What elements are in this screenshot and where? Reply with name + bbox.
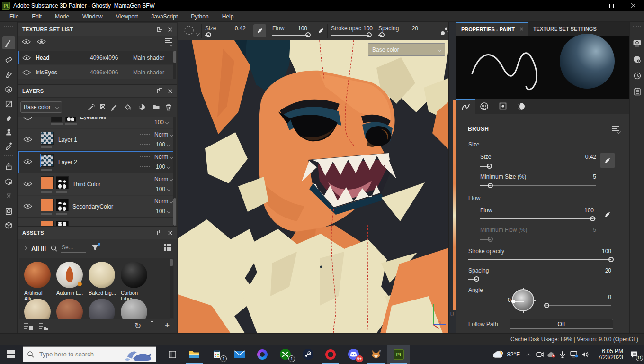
visibility-icon[interactable] [23, 159, 32, 164]
close-button[interactable] [622, 0, 644, 11]
chevron-down-icon[interactable] [196, 32, 200, 36]
material-sphere[interactable] [121, 299, 147, 319]
menu-help[interactable]: Help [215, 13, 241, 20]
tab-properties-paint[interactable]: PROPERTIES - PAINT [456, 22, 528, 36]
history-button[interactable] [632, 70, 643, 81]
solo-visibility-button[interactable] [37, 39, 46, 46]
spacing-slider[interactable] [468, 276, 611, 282]
viewer-mode-button[interactable] [2, 175, 15, 188]
layer-blend-mode[interactable]: Norm [154, 154, 173, 160]
smart-selection-tool-button[interactable] [2, 98, 15, 110]
tray-expand-button[interactable] [523, 345, 534, 364]
size-slider[interactable] [205, 32, 245, 38]
import-resources-icon[interactable] [24, 322, 33, 330]
minimize-button[interactable] [579, 0, 600, 11]
material-sphere-autumn-leaf[interactable] [56, 262, 83, 288]
spacing-value[interactable]: 20 [584, 267, 611, 274]
meet-now-button[interactable] [534, 345, 546, 364]
delete-layer-button[interactable] [163, 102, 174, 112]
weather-temperature[interactable]: 82°F [507, 351, 520, 358]
stroke-opacity-value[interactable]: 100 [584, 248, 611, 255]
scrollbar[interactable] [173, 117, 176, 226]
material-picker-tool-button[interactable] [2, 139, 15, 152]
search-input[interactable] [38, 350, 119, 358]
visibility-icon[interactable] [23, 203, 32, 209]
taskbar-xbox[interactable]: 1 [274, 345, 296, 364]
min-size-slider[interactable] [480, 183, 596, 189]
texture-set-row-head[interactable]: Head 4096x4096 Main shader [18, 51, 174, 64]
size-pressure-button[interactable] [253, 24, 266, 37]
visibility-icon[interactable] [23, 181, 32, 187]
flow-value[interactable]: 100 [568, 207, 594, 214]
subtab-brush[interactable] [456, 99, 475, 114]
material-sphere[interactable] [89, 299, 115, 319]
eraser-tool-button[interactable] [2, 53, 15, 66]
taskbar-ms-store[interactable]: 1 [206, 345, 228, 364]
size-slider[interactable] [480, 164, 596, 169]
angle-value[interactable]: 0 [584, 294, 611, 300]
layer-row-layer1[interactable]: Layer 1 Norm 100 [18, 129, 174, 151]
material-sphere[interactable] [56, 299, 83, 319]
task-view-button[interactable] [161, 345, 184, 364]
smudge-tool-button[interactable] [2, 112, 15, 125]
new-folder-icon[interactable] [151, 323, 157, 328]
layer-blend-mode[interactable]: Norm [154, 198, 173, 205]
subtab-stencil[interactable] [493, 99, 512, 114]
taskbar-opera[interactable] [319, 345, 342, 364]
visibility-icon[interactable] [22, 70, 31, 75]
menu-python[interactable]: Python [184, 13, 215, 20]
scrollbar[interactable] [170, 259, 173, 318]
spacing-value[interactable]: 20 [404, 25, 418, 32]
start-button[interactable] [0, 345, 22, 364]
add-fill-layer-button[interactable] [123, 102, 133, 112]
add-smart-mask-button[interactable] [137, 102, 147, 112]
undock-icon[interactable] [157, 231, 161, 235]
layer-row-layer2-selected[interactable]: Layer 2 Norm 100 [18, 151, 174, 173]
section-options-button[interactable] [612, 126, 619, 131]
angle-handle[interactable] [511, 300, 515, 303]
close-tab-icon[interactable] [520, 27, 524, 31]
flow-slider[interactable] [272, 32, 310, 38]
undock-icon[interactable] [157, 27, 161, 32]
layer-blend-mode[interactable]: Norm [154, 176, 173, 182]
material-sphere-carbon-fiber[interactable] [121, 262, 147, 288]
menu-file[interactable]: File [3, 13, 25, 20]
stroke-opacity-value[interactable]: 100 [358, 25, 373, 32]
flow-slider[interactable] [480, 216, 596, 222]
flow-pressure-icon[interactable] [604, 211, 611, 218]
clone-tool-button[interactable] [2, 125, 15, 138]
size-value[interactable]: 0.42 [229, 25, 246, 32]
layer-row-secondarycolor[interactable]: SecondaryColor Norm 100 [18, 196, 174, 218]
taskbar-substance-painter-active[interactable]: Pt [387, 345, 410, 364]
menu-viewport[interactable]: Viewport [109, 13, 144, 20]
size-pressure-button[interactable] [600, 153, 615, 168]
projection-tool-button[interactable] [2, 68, 15, 81]
texture-set-row-iriseyes[interactable]: IrisEyes 4096x4096 Main shader [18, 65, 174, 79]
assets-scope-label[interactable]: All lil [31, 245, 46, 252]
stroke-opacity-slider[interactable] [331, 32, 373, 38]
export-button[interactable] [2, 160, 15, 173]
uv-view-sliver[interactable]: U [448, 22, 456, 333]
scrollbar[interactable] [173, 51, 176, 79]
size-value[interactable]: 0.42 [568, 154, 596, 160]
visibility-icon[interactable] [22, 55, 31, 61]
add-paint-layer-button[interactable] [109, 102, 120, 112]
layer-row-thirdcolor[interactable]: Third Color Norm 100 [18, 173, 174, 195]
close-panel-icon[interactable] [168, 27, 172, 32]
clock[interactable]: 6:05 PM 7/23/2023 [594, 348, 623, 361]
angle-slider[interactable] [545, 303, 611, 309]
volume-button[interactable] [580, 345, 591, 364]
min-size-value[interactable]: 5 [568, 173, 596, 180]
layer-row-partial[interactable] [18, 218, 174, 226]
paint-tool-button[interactable] [2, 36, 15, 49]
taskbar-game-app[interactable] [365, 345, 387, 364]
layer-opacity[interactable]: 100 [156, 164, 170, 170]
subtab-alpha[interactable] [475, 99, 493, 114]
taskbar-mail[interactable] [228, 345, 251, 364]
sync-visibility-button[interactable] [22, 39, 31, 46]
add-group-button[interactable] [151, 102, 161, 112]
geometry-button[interactable] [2, 219, 15, 232]
expand-icon[interactable] [23, 246, 27, 250]
stroke-opacity-slider[interactable] [468, 257, 611, 263]
add-asset-icon[interactable]: + [165, 320, 170, 330]
